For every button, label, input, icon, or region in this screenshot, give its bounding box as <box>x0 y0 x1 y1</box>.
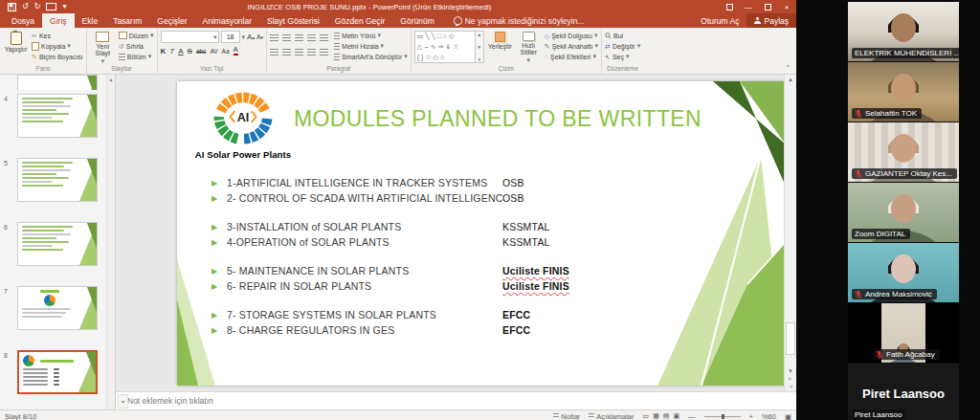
undo-icon[interactable]: ↺ <box>22 3 29 11</box>
slide-item[interactable]: ▶6- REPAIR IN SOLAR PLANTSUciliste FINIS <box>212 278 772 294</box>
new-slide-button[interactable]: Yeni Slayt ▾ <box>90 31 116 64</box>
ribbon-tab-tasar-m[interactable]: Tasarım <box>105 13 149 28</box>
justify-button[interactable] <box>307 49 316 55</box>
scrollbar-thumb[interactable] <box>786 322 795 355</box>
redo-icon[interactable]: ↻ <box>34 3 41 11</box>
ribbon-tab-animasyonlar[interactable]: Animasyonlar <box>195 13 260 28</box>
zoom-slider[interactable] <box>704 416 741 417</box>
cut-button[interactable]: ✂Kes <box>32 31 83 40</box>
line-spacing-button[interactable] <box>320 34 328 41</box>
reading-view-button[interactable]: ▤ <box>663 412 670 420</box>
slide-item[interactable]: ▶5- MAINTENANCE IN SOLAR PLANTSUciliste … <box>212 263 772 278</box>
section-button[interactable]: Bölüm▾ <box>119 52 154 61</box>
slide-item[interactable]: ▶2- CONTROL OF SCADA WITH ARTIFICIAL INT… <box>212 190 772 206</box>
next-slide-button[interactable]: « <box>788 385 793 387</box>
slide-canvas[interactable]: AI AI Solar Power Plants MODULES PLANNED… <box>177 81 786 386</box>
format-painter-button[interactable]: ✎Biçim Boyacısı <box>32 52 83 61</box>
strikethrough-button[interactable]: S <box>188 47 192 55</box>
text-shadow-button[interactable]: abc <box>196 48 206 55</box>
font-color-button[interactable]: A <box>234 46 238 55</box>
ribbon-tab-dosya[interactable]: Dosya <box>4 13 42 28</box>
ribbon-tab-ge-i-ler[interactable]: Geçişler <box>149 13 194 28</box>
normal-view-button[interactable]: ▭ <box>643 412 650 420</box>
zoom-slider-knob[interactable] <box>722 414 724 419</box>
thumbnail-scrollbar[interactable]: ▲ <box>106 75 115 409</box>
slide-item[interactable]: ▶3-INSTALLATION of SOLAR PLANTSKSSMTAL <box>212 219 772 234</box>
align-right-button[interactable] <box>295 49 303 55</box>
shape-fill-button[interactable]: ◇Şekil Dolgusu▾ <box>545 31 598 40</box>
shape-outline-button[interactable]: ✎Şekil Anahattı▾ <box>545 41 598 51</box>
customize-qat-icon[interactable]: ▾ <box>62 3 66 11</box>
bold-button[interactable]: K <box>161 47 167 55</box>
slide-title[interactable]: MODULES PLANNED TO BE WRITTEN <box>294 106 702 132</box>
ribbon-tab-giri[interactable]: Giriş <box>42 13 74 28</box>
collapse-ribbon-icon[interactable]: ⌃ <box>785 64 791 72</box>
shapes-gallery[interactable]: ▭ ╲ ╲ □ ○ ◇ △ ⌣ ∿ ⇒ ⇓ ☆ { } ☆ ◇ ○ <box>414 31 476 63</box>
replace-button[interactable]: ⇄Değiştir▾ <box>605 41 640 51</box>
slideshow-view-button[interactable]: ▣ <box>673 412 679 420</box>
shrink-font-button[interactable]: A▾ <box>256 33 263 40</box>
ribbon-tab-g-zden-ge-ir[interactable]: Gözden Geçir <box>327 13 392 28</box>
zoom-out-button[interactable]: — <box>688 412 696 420</box>
text-direction-button[interactable]: Metin Yönü▾ <box>334 31 408 40</box>
participant-tile-selahattin-tok[interactable]: Selahattin TOK <box>848 62 959 122</box>
slide-thumbnail[interactable] <box>17 94 98 138</box>
increase-indent-button[interactable] <box>307 34 316 41</box>
share-button[interactable]: Paylaş <box>746 13 796 28</box>
tell-me-box[interactable]: Ne yapmak istediğinizi söyleyin... <box>454 13 585 28</box>
align-text-button[interactable]: Metni Hizala▾ <box>334 41 408 51</box>
ribbon-tab-slayt-g-sterisi[interactable]: Slayt Gösterisi <box>259 13 327 28</box>
notes-pane[interactable]: ▾ Not eklemek için tıklatın <box>116 391 796 409</box>
notes-toggle-button[interactable]: Notlar <box>553 412 580 420</box>
participant-tile-elektri-k-m-hendi-sleri[interactable]: ELEKTRİK MÜHENDİSLERİ ... <box>848 2 959 61</box>
slide-item[interactable]: ▶7- STORAGE SYSTEMS IN SOLAR PLANTSEFCC <box>212 307 772 322</box>
find-button[interactable]: Bul <box>605 31 640 40</box>
arrange-button[interactable]: Yerleştir <box>487 31 513 64</box>
shapes-gallery-scrollbar[interactable]: ▲ ▼ ▾ <box>476 31 484 63</box>
font-size-combo[interactable]: 18 <box>221 31 240 43</box>
company-logo[interactable]: AI AI Solar Power Plants <box>194 89 292 160</box>
previous-slide-button[interactable]: « <box>788 377 793 380</box>
select-button[interactable]: ↖Seç▾ <box>605 52 640 61</box>
copy-button[interactable]: Kopyala▾ <box>32 41 83 51</box>
quick-styles-button[interactable]: Hızlı Stiller ▾ <box>516 31 542 64</box>
minimize-button[interactable]: — <box>739 0 758 13</box>
align-left-button[interactable] <box>270 49 278 55</box>
slide-item[interactable]: ▶4-OPERATION of SOLAR PLANTSKSSMTAL <box>212 234 772 250</box>
slide-thumbnail[interactable] <box>17 75 98 90</box>
columns-button[interactable] <box>320 49 328 55</box>
decrease-indent-button[interactable] <box>295 34 303 41</box>
change-case-button[interactable]: Aa <box>222 48 230 55</box>
font-name-combo[interactable]: ▾ <box>161 31 219 43</box>
zoom-in-button[interactable]: + <box>749 412 753 420</box>
slide-thumbnail[interactable] <box>17 158 98 202</box>
slide-thumbnail[interactable] <box>17 286 98 330</box>
save-icon[interactable] <box>8 3 16 11</box>
smartart-button[interactable]: SmartArt'a Dönüştür▾ <box>334 52 408 61</box>
zoom-level[interactable]: %60 <box>762 412 776 420</box>
comments-toggle-button[interactable]: Açıklamalar <box>589 412 634 420</box>
slide-sorter-view-button[interactable]: ▦ <box>653 412 659 420</box>
grow-font-button[interactable]: A▴ <box>247 33 255 41</box>
slide-item[interactable]: ▶8- CHARGE REGULATORS IN GESEFCC <box>212 322 772 338</box>
slide-thumbnail[interactable] <box>17 350 98 394</box>
bullets-button[interactable] <box>270 34 278 41</box>
align-center-button[interactable] <box>282 49 291 55</box>
notes-splitter[interactable]: ▾ <box>118 394 128 409</box>
slide-item[interactable]: ▶1-ARTIFICIAL INTELLIGENCE IN TRACKER SY… <box>212 175 772 190</box>
paste-button[interactable]: Yapıştır <box>3 31 29 64</box>
participant-tile-zoom-digital[interactable]: Zoom DIGITAL <box>848 183 959 242</box>
fit-slide-button[interactable]: ▣ <box>785 412 791 420</box>
shape-effects-button[interactable]: ◌Şekil Efektleri▾ <box>545 52 598 61</box>
italic-button[interactable]: T <box>169 47 174 55</box>
close-button[interactable]: × <box>777 0 796 13</box>
numbering-button[interactable] <box>282 34 291 41</box>
participant-tile-fatih-a-cabay[interactable]: Fatih Ağcabay <box>848 303 959 363</box>
sign-in-button[interactable]: Oturum Aç <box>693 13 746 28</box>
editor-scrollbar[interactable]: ▲ ▼ « « <box>784 75 796 391</box>
reset-button[interactable]: ↺Sıfırla <box>119 41 154 51</box>
participant-tile-piret-laansoo[interactable]: Piret LaansooPiret Laansoo <box>848 364 959 420</box>
underline-button[interactable]: A <box>178 47 183 55</box>
character-spacing-button[interactable]: AV <box>210 48 217 55</box>
participant-tile-gazi-antep-oktay-kes[interactable]: GAZİANTEP Oktay Kes... <box>848 122 959 182</box>
